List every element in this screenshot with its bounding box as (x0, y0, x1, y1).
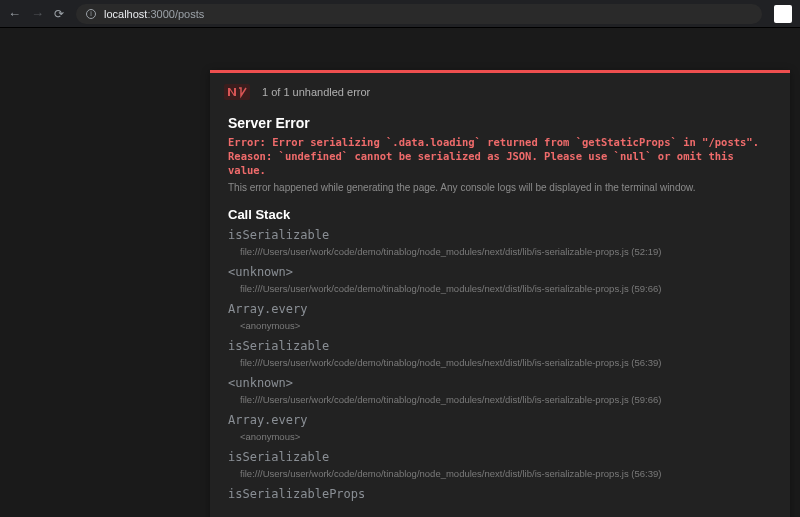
error-note: This error happened while generating the… (228, 182, 772, 193)
error-overlay: 1 of 1 unhandled error Server Error Erro… (210, 70, 790, 517)
frame-location: file:///Users/user/work/code/demo/tinabl… (240, 246, 772, 257)
callstack-title: Call Stack (228, 207, 772, 222)
address-bar[interactable]: i localhost:3000/posts (76, 4, 762, 24)
nav-controls: ← → ⟳ (8, 7, 64, 21)
stack-frame: isSerializablefile:///Users/user/work/co… (228, 450, 772, 479)
stack-frame: isSerializablefile:///Users/user/work/co… (228, 339, 772, 368)
nextjs-logo-icon (224, 83, 250, 101)
extension-icon[interactable] (774, 5, 792, 23)
url-host: localhost (104, 8, 147, 20)
svg-rect-0 (224, 84, 250, 100)
error-body: Server Error Error: Error serializing `.… (210, 115, 790, 501)
frame-function: isSerializable (228, 339, 772, 353)
stack-frame: Array.every<anonymous> (228, 302, 772, 331)
frame-function: Array.every (228, 302, 772, 316)
url-text: localhost:3000/posts (104, 8, 204, 20)
stack-frame: Array.every<anonymous> (228, 413, 772, 442)
error-message-line1: Error: Error serializing `.data.loading`… (228, 135, 772, 149)
frame-function: isSerializable (228, 228, 772, 242)
frame-function: <unknown> (228, 376, 772, 390)
frame-function: isSerializable (228, 450, 772, 464)
frame-function: isSerializableProps (228, 487, 772, 501)
stack-frame: <unknown>file:///Users/user/work/code/de… (228, 265, 772, 294)
forward-button[interactable]: → (31, 7, 44, 20)
frame-location: file:///Users/user/work/code/demo/tinabl… (240, 357, 772, 368)
browser-toolbar: ← → ⟳ i localhost:3000/posts (0, 0, 800, 28)
page-viewport: 1 of 1 unhandled error Server Error Erro… (0, 28, 800, 517)
frame-function: Array.every (228, 413, 772, 427)
frame-location: file:///Users/user/work/code/demo/tinabl… (240, 468, 772, 479)
frame-location: file:///Users/user/work/code/demo/tinabl… (240, 394, 772, 405)
frame-function: <unknown> (228, 265, 772, 279)
stack-frame: isSerializableProps (228, 487, 772, 501)
site-info-icon[interactable]: i (86, 9, 96, 19)
error-title: Server Error (228, 115, 772, 131)
error-header: 1 of 1 unhandled error (210, 73, 790, 111)
stack-frame: <unknown>file:///Users/user/work/code/de… (228, 376, 772, 405)
error-count: 1 of 1 unhandled error (262, 86, 370, 98)
frame-location: <anonymous> (240, 320, 772, 331)
url-path: :3000/posts (147, 8, 204, 20)
frame-location: <anonymous> (240, 431, 772, 442)
stack-frame: isSerializablefile:///Users/user/work/co… (228, 228, 772, 257)
error-message-line2: Reason: `undefined` cannot be serialized… (228, 149, 772, 177)
reload-button[interactable]: ⟳ (54, 7, 64, 21)
frame-location: file:///Users/user/work/code/demo/tinabl… (240, 283, 772, 294)
callstack-list: isSerializablefile:///Users/user/work/co… (228, 228, 772, 501)
back-button[interactable]: ← (8, 7, 21, 20)
